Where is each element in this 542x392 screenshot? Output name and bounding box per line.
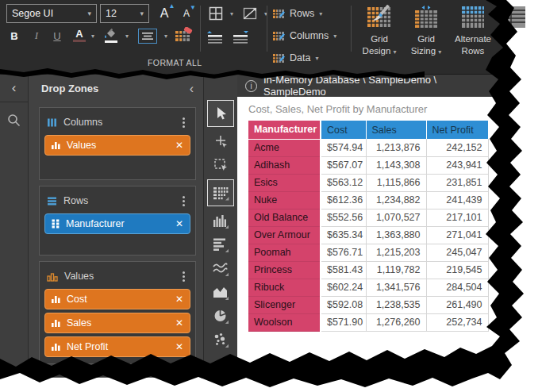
zone-label: Rows	[63, 195, 88, 206]
scatter-chart-tool[interactable]	[210, 330, 231, 349]
values-zone-card: Values Cost ✕ Sales ✕	[39, 261, 196, 364]
draw-border-button[interactable]	[240, 5, 260, 22]
list-bars-tool[interactable]	[210, 235, 231, 254]
ribbon-separator	[200, 6, 201, 52]
fill-color-dropdown[interactable]: ▾	[123, 27, 131, 44]
bar-chart-tool[interactable]	[210, 211, 231, 230]
align-bottom-button[interactable]	[230, 29, 251, 46]
area-chart-icon	[213, 284, 229, 300]
zone-menu-button[interactable]	[179, 270, 189, 283]
draw-border-dropdown[interactable]: ▾	[262, 5, 270, 22]
align-bottom-icon	[231, 30, 250, 44]
chevron-down-icon: ▾	[333, 33, 336, 40]
bar-chart-icon	[213, 213, 229, 229]
font-color-button[interactable]: A	[71, 26, 87, 44]
grid-sizing-icon	[414, 5, 438, 30]
pointer-tool[interactable]	[207, 100, 234, 127]
dashboard-canvas[interactable]: Cost, Sales, Net Profit by Manufacturer …	[237, 97, 505, 370]
chip-manufacturer[interactable]: Manufacturer ✕	[44, 213, 190, 234]
text-align-dropdown[interactable]: ▾	[161, 27, 171, 44]
column-header[interactable]: Manufacturer	[248, 121, 321, 139]
font-family-combo[interactable]: Segoe UI ▾	[6, 4, 97, 23]
table-row[interactable]: Acme$574.941,213,876242,152	[248, 139, 488, 156]
horizontal-bars-icon	[213, 236, 229, 252]
grid-design-button[interactable]: Grid Design▾	[357, 2, 402, 57]
next-zone-card	[39, 370, 196, 378]
partial-ribbon-button[interactable]: M	[498, 2, 530, 45]
chip-cost[interactable]: Cost ✕	[44, 289, 190, 309]
table-row[interactable]: Poomah$576.711,215,203245,047	[248, 244, 488, 261]
pointer-icon	[213, 106, 229, 121]
visual-title: Cost, Sales, Net Profit by Manufacturer	[248, 103, 505, 115]
remove-chip-button[interactable]: ✕	[175, 218, 183, 229]
data-grid-tool[interactable]	[207, 179, 234, 206]
designer-surface: i In-Memory Database \ SampleDemo \ Samp…	[237, 75, 505, 370]
chevron-down-icon: ▾	[319, 10, 322, 17]
grid-brush-icon	[273, 52, 285, 63]
fill-color-button[interactable]	[102, 25, 121, 45]
grid-design-icon	[367, 5, 392, 30]
table-row[interactable]: Ribuck$602.241,341,576284,504	[248, 279, 488, 296]
data-grid[interactable]: Manufacturer Cost Sales Net Profit Acme$…	[248, 121, 489, 332]
workspace: ‹ Drop Zones ‹ Columns	[0, 75, 505, 370]
pie-chart-tool[interactable]	[210, 306, 231, 325]
chevron-down-icon: ▾	[315, 55, 318, 62]
marquee-select-tool[interactable]	[210, 156, 231, 175]
format-data-dropdown[interactable]: Data ▾	[273, 49, 318, 67]
clear-formatting-button[interactable]	[173, 25, 194, 44]
panel-title: Drop Zones	[41, 83, 98, 94]
point-select-tool[interactable]	[210, 132, 231, 151]
table-row[interactable]: Woolson$571.901,276,260252,734	[248, 313, 488, 331]
zone-menu-button[interactable]	[179, 116, 189, 129]
table-row[interactable]: Over Armour$635.341,363,880271,041	[248, 226, 488, 244]
table-row[interactable]: Old Balance$552.561,070,527217,101	[248, 209, 488, 226]
table-row[interactable]: Esics$563.121,115,866231,851	[248, 174, 488, 191]
grow-font-button[interactable]: A▲	[156, 4, 173, 23]
info-icon: i	[245, 80, 257, 92]
chip-values[interactable]: Values ✕	[44, 135, 190, 156]
table-row[interactable]: Nuke$612.361,234,882241,439	[248, 191, 488, 209]
chip-sales[interactable]: Sales ✕	[44, 313, 190, 333]
column-header[interactable]: Sales	[366, 121, 426, 139]
shrink-font-button[interactable]: A▼	[178, 4, 195, 23]
alternate-rows-button[interactable]: Alternate Rows	[451, 2, 495, 57]
zone-label: Columns	[63, 117, 102, 128]
table-row[interactable]: Slicenger$592.081,238,535261,490	[248, 296, 488, 313]
search-button[interactable]	[6, 113, 21, 131]
data-grid-icon	[212, 185, 229, 201]
grid-eraser-icon	[175, 27, 193, 43]
line-chart-tool[interactable]	[210, 259, 231, 278]
visualization-toolbox	[204, 75, 237, 370]
bold-button[interactable]: B	[6, 27, 22, 44]
collapse-rail-button[interactable]: ‹	[0, 75, 28, 102]
format-columns-dropdown[interactable]: Columns ▾	[273, 27, 336, 44]
column-header[interactable]: Cost	[321, 121, 366, 139]
table-row[interactable]: Princess$581.431,119,782219,545	[248, 261, 488, 279]
area-chart-tool[interactable]	[210, 282, 231, 302]
font-color-dropdown[interactable]: ▾	[89, 27, 97, 44]
underline-button[interactable]: U	[49, 27, 65, 44]
format-rows-dropdown[interactable]: Rows ▾	[273, 5, 322, 22]
grid-sizing-button[interactable]: Grid Sizing▾	[405, 2, 448, 57]
align-top-button[interactable]	[205, 29, 225, 46]
rows-icon	[47, 196, 57, 206]
data-source-header[interactable]: i In-Memory Database \ SampleDemo \ Samp…	[237, 75, 505, 97]
column-header[interactable]: Net Profit	[426, 121, 488, 139]
drop-zones-body: Columns Values ✕ Rows	[29, 102, 203, 378]
header-row: Manufacturer Cost Sales Net Profit	[248, 121, 488, 139]
app-window: { "colors": { "accent_orange": "#DE751F"…	[0, 0, 542, 392]
borders-dropdown[interactable]: ▾	[228, 5, 236, 22]
remove-chip-button[interactable]: ✕	[175, 140, 183, 151]
table-row[interactable]: Adihash$567.071,143,308243,941	[248, 156, 488, 174]
collapse-panel-button[interactable]: ‹	[190, 82, 194, 96]
text-align-button[interactable]	[136, 27, 159, 44]
italic-button[interactable]: I	[29, 27, 44, 44]
remove-chip-button[interactable]: ✕	[175, 294, 183, 305]
chip-net-profit[interactable]: Net Profit ✕	[44, 336, 190, 357]
zone-menu-button[interactable]	[179, 194, 189, 208]
borders-button[interactable]	[206, 5, 225, 22]
font-size-combo[interactable]: 12 ▾	[100, 4, 149, 23]
zone-label: Values	[64, 271, 94, 282]
remove-chip-button[interactable]: ✕	[175, 317, 183, 329]
remove-chip-button[interactable]: ✕	[175, 341, 183, 352]
